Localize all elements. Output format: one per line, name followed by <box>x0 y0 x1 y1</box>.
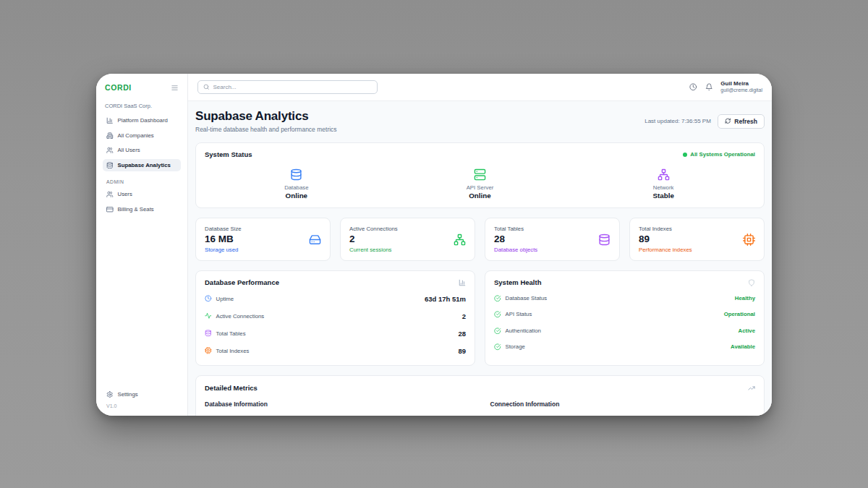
perf-row-active-connections: Active Connections 2 <box>205 307 466 325</box>
card-title: Database Performance <box>205 278 279 286</box>
activity-icon <box>205 312 212 320</box>
detail-row-active-connections: Active Connections: 2 <box>490 415 756 416</box>
page-subtitle: Real-time database health and performanc… <box>195 126 337 133</box>
network-icon <box>658 168 670 181</box>
sidebar-item-label: Billing & Seats <box>118 206 154 213</box>
sidebar-item-label: Users <box>118 191 132 197</box>
refresh-icon <box>725 118 731 124</box>
sidebar-item-users[interactable]: Users <box>103 188 181 201</box>
search-icon <box>203 84 210 90</box>
sidebar-item-settings[interactable]: Settings <box>103 388 181 401</box>
sidebar-item-label: All Users <box>118 147 140 153</box>
sidebar-item-label: Settings <box>118 391 138 398</box>
page-title: Supabase Analytics <box>195 109 337 124</box>
sidebar-item-billing-seats[interactable]: Billing & Seats <box>103 203 181 216</box>
user-email: guil@creme.digital <box>720 87 762 94</box>
card-title: Detailed Metrics <box>205 384 258 392</box>
check-circle-icon <box>494 295 501 302</box>
gear-icon <box>106 391 114 398</box>
trending-up-icon <box>748 385 755 392</box>
status-item-database: Database Online <box>205 165 388 202</box>
sidebar-item-label: Supabase Analytics <box>118 162 171 168</box>
database-performance-card: Database Performance Uptime 63d 17h 51m … <box>195 270 475 366</box>
hamburger-menu-icon[interactable] <box>171 84 179 92</box>
search-input[interactable] <box>213 84 373 90</box>
admin-section-label: ADMIN <box>106 179 177 184</box>
network-icon <box>454 234 466 246</box>
check-circle-icon <box>494 343 501 351</box>
hard-drive-icon <box>309 234 321 246</box>
health-row-storage: Storage Available <box>494 339 755 356</box>
database-icon <box>205 330 212 337</box>
health-row-database-status: Database Status Healthy <box>494 290 755 307</box>
user-name: Guil Meira <box>720 80 762 87</box>
notifications-bell-icon[interactable] <box>705 83 713 91</box>
version-label: V1.0 <box>106 403 177 408</box>
app-window: CORDI CORDI SaaS Corp. Platform Dashboar… <box>96 74 772 416</box>
users-icon <box>106 147 114 154</box>
card-title: System Status <box>205 150 252 158</box>
metric-card-total-tables: Total Tables 28 Database objects <box>485 218 620 261</box>
card-title: System Health <box>494 278 541 286</box>
database-icon <box>290 168 302 181</box>
metric-card-database-size: Database Size 16 MB Storage used <box>195 218 331 261</box>
metric-card-total-indexes: Total Indexes 89 Performance indexes <box>629 218 765 261</box>
perf-row-total-indexes: Total Indexes 89 <box>205 342 466 359</box>
sidebar-item-all-users[interactable]: All Users <box>103 144 181 157</box>
status-dot-icon <box>683 153 687 157</box>
check-circle-icon <box>494 311 501 318</box>
last-updated-label: Last updated: 7:36:55 PM <box>644 118 711 124</box>
perf-row-uptime: Uptime 63d 17h 51m <box>205 290 466 307</box>
database-icon <box>598 234 610 246</box>
sidebar-item-label: Platform Dashboard <box>118 117 168 124</box>
app-logo: CORDI <box>105 83 132 92</box>
health-row-api-status: API Status Operational <box>494 307 755 323</box>
bar-chart-icon <box>459 279 466 286</box>
user-profile[interactable]: Guil Meira guil@creme.digital <box>720 80 762 94</box>
sidebar-item-label: All Companies <box>118 132 154 139</box>
search-box[interactable] <box>197 80 378 94</box>
detailed-metrics-card: Detailed Metrics Database Information Da… <box>195 375 765 416</box>
health-row-authentication: Authentication Active <box>494 322 755 339</box>
status-item-api-server: API Server Online <box>388 165 572 202</box>
server-icon <box>474 168 486 181</box>
bar-chart-icon <box>106 117 114 124</box>
history-clock-icon[interactable] <box>689 83 697 91</box>
shield-icon <box>748 279 755 286</box>
sidebar-item-all-companies[interactable]: All Companies <box>103 129 181 142</box>
building-icon <box>106 132 114 140</box>
status-badge: All Systems Operational <box>683 151 755 158</box>
detail-row-database-size: Database Size: 16 MB <box>205 415 470 416</box>
perf-row-total-tables: Total Tables 28 <box>205 325 466 342</box>
credit-card-icon <box>106 206 114 213</box>
topbar: Guil Meira guil@creme.digital <box>188 74 772 101</box>
database-icon <box>106 162 114 169</box>
org-label: CORDI SaaS Corp. <box>105 103 179 109</box>
database-information-section: Database Information Database Size: 16 M… <box>205 401 470 416</box>
system-health-card: System Health Database Status Healthy AP… <box>485 270 765 366</box>
sidebar: CORDI CORDI SaaS Corp. Platform Dashboar… <box>96 74 188 416</box>
users-icon <box>106 191 114 198</box>
cpu-icon <box>205 347 212 354</box>
metric-card-active-connections: Active Connections 2 Current sessions <box>340 218 475 261</box>
connection-information-section: Connection Information Active Connection… <box>490 401 756 416</box>
main-content: Supabase Analytics Real-time database he… <box>188 101 772 416</box>
check-circle-icon <box>494 328 501 335</box>
status-item-network: Network Stable <box>571 165 755 202</box>
system-status-card: System Status All Systems Operational Da… <box>195 142 765 208</box>
sidebar-item-platform-dashboard[interactable]: Platform Dashboard <box>103 114 181 127</box>
cpu-icon <box>743 234 755 246</box>
clock-icon <box>205 295 212 302</box>
sidebar-item-supabase-analytics[interactable]: Supabase Analytics <box>103 159 181 172</box>
refresh-button[interactable]: Refresh <box>718 114 765 129</box>
